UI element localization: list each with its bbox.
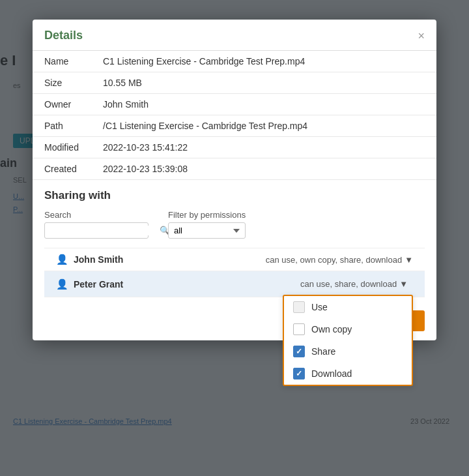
- sharing-section: Sharing with Search 🔍 Filter by permissi…: [33, 180, 436, 304]
- detail-label: Name: [33, 51, 91, 72]
- user-name-peter: Peter Grant: [74, 279, 295, 290]
- search-label: Search: [44, 210, 149, 220]
- sharing-title: Sharing with: [44, 189, 425, 202]
- filter-group: Filter by permissions all can use can sh…: [168, 210, 246, 239]
- user-icon-peter: 👤: [56, 278, 68, 290]
- detail-row: Size10.55 MB: [33, 72, 436, 94]
- user-row-peter: 👤 Peter Grant can use, share, download ▼…: [44, 271, 425, 297]
- detail-label: Path: [33, 115, 91, 137]
- dropdown-label-download: Download: [311, 368, 352, 379]
- detail-row: NameC1 Listening Exercise - Cambridge Te…: [33, 51, 436, 72]
- checkbox-own-copy: [293, 323, 305, 335]
- close-button[interactable]: ×: [418, 30, 425, 42]
- dropdown-item-share[interactable]: Share: [284, 340, 412, 363]
- search-group: Search 🔍: [44, 210, 149, 239]
- chevron-down-icon-peter: ▼: [399, 279, 408, 289]
- user-name-john: John Smith: [74, 254, 266, 265]
- details-table: NameC1 Listening Exercise - Cambridge Te…: [33, 51, 436, 180]
- permissions-text-peter: can use, share, download: [300, 279, 397, 289]
- search-input[interactable]: [50, 226, 160, 235]
- dropdown-item-use[interactable]: Use: [284, 296, 412, 318]
- modal-header: Details ×: [33, 20, 436, 51]
- users-list: 👤 John Smith can use, own copy, share, d…: [44, 248, 425, 297]
- sharing-controls: Search 🔍 Filter by permissions all can u…: [44, 210, 425, 239]
- checkbox-download: [293, 368, 305, 379]
- user-row-john: 👤 John Smith can use, own copy, share, d…: [44, 248, 425, 271]
- detail-row: Created2022-10-23 15:39:08: [33, 158, 436, 180]
- checkbox-share: [293, 346, 305, 357]
- detail-label: Modified: [33, 137, 91, 158]
- detail-label: Created: [33, 158, 91, 180]
- chevron-down-icon-john: ▼: [405, 255, 413, 265]
- dropdown-label-use: Use: [311, 302, 328, 312]
- permissions-btn-peter[interactable]: can use, share, download ▼: [295, 276, 413, 291]
- filter-select[interactable]: all can use can share can download: [168, 222, 246, 239]
- dropdown-label-own-copy: Own copy: [311, 324, 352, 335]
- modal-title: Details: [44, 29, 83, 42]
- permissions-dropdown: Use Own copy Share Download: [283, 295, 413, 386]
- filter-label: Filter by permissions: [168, 210, 246, 220]
- checkbox-use: [293, 301, 305, 313]
- detail-value: C1 Listening Exercise - Cambridge Test P…: [91, 51, 436, 72]
- detail-value: /C1 Listening Exercise - Cambridge Test …: [91, 115, 436, 137]
- detail-label: Owner: [33, 94, 91, 115]
- dropdown-label-share: Share: [311, 346, 335, 357]
- dropdown-item-own-copy[interactable]: Own copy: [284, 318, 412, 340]
- search-input-wrap: 🔍: [44, 222, 149, 239]
- detail-row: Path/C1 Listening Exercise - Cambridge T…: [33, 115, 436, 137]
- detail-value: 10.55 MB: [91, 72, 436, 94]
- detail-value: 2022-10-23 15:41:22: [91, 137, 436, 158]
- dropdown-item-download[interactable]: Download: [284, 363, 412, 385]
- detail-row: Modified2022-10-23 15:41:22: [33, 137, 436, 158]
- details-modal: Details × NameC1 Listening Exercise - Ca…: [33, 20, 436, 340]
- detail-label: Size: [33, 72, 91, 94]
- user-icon-john: 👤: [56, 254, 68, 265]
- detail-value: John Smith: [91, 94, 436, 115]
- detail-value: 2022-10-23 15:39:08: [91, 158, 436, 180]
- detail-row: OwnerJohn Smith: [33, 94, 436, 115]
- permissions-btn-john[interactable]: can use, own copy, share, download ▼: [266, 255, 413, 265]
- permissions-text-john: can use, own copy, share, download: [266, 255, 402, 265]
